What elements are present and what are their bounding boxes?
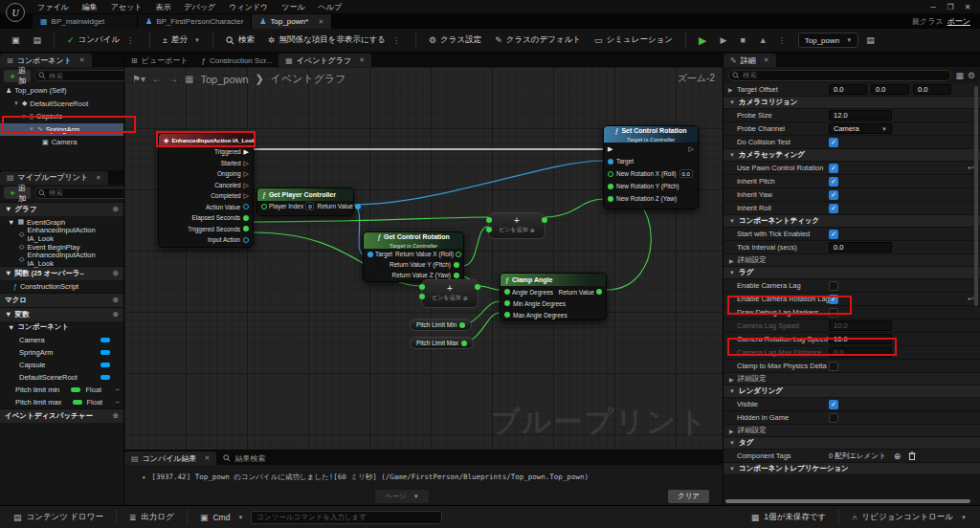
detail-row-inherit-yaw[interactable]: Inherit Yaw ✓	[724, 188, 980, 202]
data-pin[interactable]	[596, 289, 602, 295]
new-rotation-x-value[interactable]: 0.0	[679, 169, 693, 178]
add-component-button[interactable]: ＋追加	[4, 70, 31, 82]
close-tab-icon[interactable]: ✕	[205, 454, 211, 462]
node-get-control-rotation[interactable]: ƒGet Control Rotation Target is Controll…	[363, 231, 464, 282]
node-add-pins-1[interactable]: + ピンを追加⊕	[488, 212, 546, 239]
forward-arrow-icon[interactable]: →	[168, 74, 178, 84]
tree-item-capsule[interactable]: ▼ ▯ Capsule	[0, 110, 123, 123]
inherit-roll-checkbox[interactable]: ✓	[829, 204, 838, 213]
target-offset-z[interactable]: 0.0	[913, 84, 951, 95]
add-array-element-icon[interactable]: ⊕	[894, 451, 902, 461]
advanced-settings-row[interactable]: ▶詳細設定	[724, 425, 980, 437]
data-pin[interactable]	[608, 171, 613, 177]
expand-arrow-icon[interactable]: ▼	[21, 114, 27, 120]
probe-channel-dropdown[interactable]: Camera▼	[829, 123, 892, 134]
minimize-button[interactable]: ─	[926, 3, 940, 11]
detail-row-start-with-tick-enabled[interactable]: Start with Tick Enabled ✓	[724, 228, 980, 241]
enable-camera-lag-checkbox[interactable]	[829, 281, 838, 291]
menu-tools[interactable]: ツール	[275, 2, 311, 12]
console-command-input[interactable]	[251, 511, 442, 524]
detail-row-hidden-in-game[interactable]: Hidden in Game	[724, 411, 980, 425]
add-macro-icon[interactable]: ⊕	[112, 296, 119, 304]
add-function-icon[interactable]: ⊕	[112, 269, 119, 277]
data-pin[interactable]	[261, 204, 267, 209]
data-pin[interactable]	[355, 204, 361, 209]
expand-arrow-icon[interactable]: ▶	[728, 86, 733, 93]
advanced-settings-row[interactable]: ▶詳細設定	[724, 254, 980, 267]
simulation-button[interactable]: ▭ シミュレーション	[589, 31, 679, 50]
exec-pin[interactable]: ▷	[244, 160, 249, 166]
data-pin[interactable]	[608, 159, 613, 165]
tab-components[interactable]: ⊞ コンポーネント ✕	[0, 54, 92, 67]
play-button[interactable]: ▶	[693, 31, 712, 50]
hidden-in-game-checkbox[interactable]	[829, 413, 838, 423]
data-pin[interactable]	[454, 273, 459, 278]
exec-pin[interactable]: ▷	[689, 145, 694, 152]
detail-row-enable-camera-lag[interactable]: Enable Camera Lag	[724, 279, 980, 293]
menu-view[interactable]: 表示	[149, 2, 178, 12]
output-log-button[interactable]: ≣ 出力ログ	[122, 509, 182, 526]
revision-control-button[interactable]: ⑃ リビジョンコントロール ▼	[844, 509, 974, 526]
draw-debug-lag-markers-checkbox[interactable]	[829, 308, 838, 318]
add-variable-icon[interactable]: ⊕	[112, 310, 119, 319]
tab-construction-script[interactable]: ƒ Construction Scr...	[194, 54, 278, 67]
diff-button[interactable]: ± 差分 ▼	[157, 31, 206, 50]
section-component-tick[interactable]: ▼コンポーネントティック	[724, 215, 980, 228]
breadcrumb-root[interactable]: Top_pown	[200, 74, 248, 85]
class-settings-button[interactable]: ⚙ クラス設定	[423, 31, 487, 50]
detail-row-target-offset[interactable]: ▶ Target Offset 0.0 0.0 0.0	[724, 83, 980, 97]
data-pin[interactable]	[504, 289, 510, 295]
data-pin[interactable]	[419, 284, 425, 290]
stop-button[interactable]: ■	[734, 31, 750, 50]
node-pitch-limit-max[interactable]: Pitch Limit Max	[410, 337, 474, 349]
data-pin[interactable]	[456, 252, 461, 257]
tab-event-graph[interactable]: ▦ イベントグラフ ✕	[278, 54, 371, 67]
detail-row-use-pawn-control-rotation[interactable]: Use Pawn Control Rotation ✓ ↩	[724, 162, 980, 175]
event-node-item[interactable]: ◇ EnhancedInputAction IA_Look	[0, 253, 123, 266]
node-clamp-angle[interactable]: ƒ Clamp Angle Angle Degrees Return Value…	[500, 273, 607, 320]
close-button[interactable]: ✕	[961, 3, 974, 11]
node-set-control-rotation[interactable]: ƒSet Control Rotation Target is Controll…	[603, 125, 699, 209]
close-tab-icon[interactable]: ✕	[764, 56, 769, 64]
variable-item-pitch-limit-min[interactable]: Pitch limit min Float ⌣	[0, 384, 123, 396]
target-offset-x[interactable]: 0.0	[829, 84, 867, 95]
tick-interval-field[interactable]: 0.0	[829, 242, 892, 253]
content-drawer-button[interactable]: ▤ コンテンツ ドロワー	[6, 509, 111, 526]
data-pin[interactable]	[475, 284, 480, 290]
clear-button[interactable]: クリア	[668, 490, 709, 503]
detail-row-clamp-to-max-physics[interactable]: Clamp to Max Physics Delta Ti...	[724, 360, 980, 373]
variable-item-camera[interactable]: Camera	[0, 334, 123, 346]
close-tab-icon[interactable]: ✕	[318, 18, 323, 26]
camera-rotation-lag-speed-field[interactable]: 10.0	[829, 334, 892, 344]
node-pitch-limit-min[interactable]: Pitch Limit Min	[410, 319, 472, 331]
tree-item-camera[interactable]: ▣ Camera	[0, 136, 123, 149]
expand-arrow-icon[interactable]: ▼	[29, 126, 34, 132]
enable-camera-rotation-lag-checkbox[interactable]: ✓	[829, 295, 838, 304]
frame-skip-button[interactable]: ▶	[714, 31, 732, 50]
compile-button[interactable]: ✓ コンパイル ⋮	[61, 31, 143, 50]
construction-script-item[interactable]: ƒ ConstructionScript	[0, 280, 123, 293]
variable-item-springarm[interactable]: SpringArm	[0, 346, 123, 359]
data-pin[interactable]	[461, 341, 467, 346]
data-pin[interactable]	[243, 204, 249, 209]
data-pin[interactable]	[504, 300, 510, 306]
menu-debug[interactable]: デバッグ	[178, 2, 223, 12]
close-tab-icon[interactable]: ✕	[79, 56, 85, 64]
data-pin[interactable]	[243, 226, 249, 231]
tree-item-top-pown[interactable]: ♟ Top_pown (Self)	[0, 84, 123, 98]
do-collision-test-checkbox[interactable]: ✓	[829, 138, 838, 147]
inherit-pitch-checkbox[interactable]: ✓	[829, 177, 838, 187]
expand-arrow-icon[interactable]: ▼	[13, 100, 19, 106]
tree-item-springarm[interactable]: ▼ ∿ SpringArm	[0, 123, 123, 137]
compile-options-icon[interactable]: ⋮	[126, 36, 134, 45]
variable-item-defaultsceneroot[interactable]: DefaultSceneRoot	[0, 371, 123, 384]
event-node-item[interactable]: ◇ EnhancedInputAction IA_Look	[0, 229, 123, 241]
back-arrow-icon[interactable]: ←	[152, 74, 162, 84]
inherit-yaw-checkbox[interactable]: ✓	[829, 190, 838, 200]
data-pin[interactable]	[486, 217, 492, 223]
data-pin[interactable]	[419, 294, 425, 299]
detail-row-do-collision-test[interactable]: Do Collision Test ✓	[724, 136, 980, 149]
compile-message[interactable]: • [3937.42] Top_pown のコンパイルに成功しました![60 ミ…	[142, 473, 589, 482]
data-pin[interactable]	[504, 312, 510, 318]
detail-row-inherit-pitch[interactable]: Inherit Pitch ✓	[724, 175, 980, 188]
